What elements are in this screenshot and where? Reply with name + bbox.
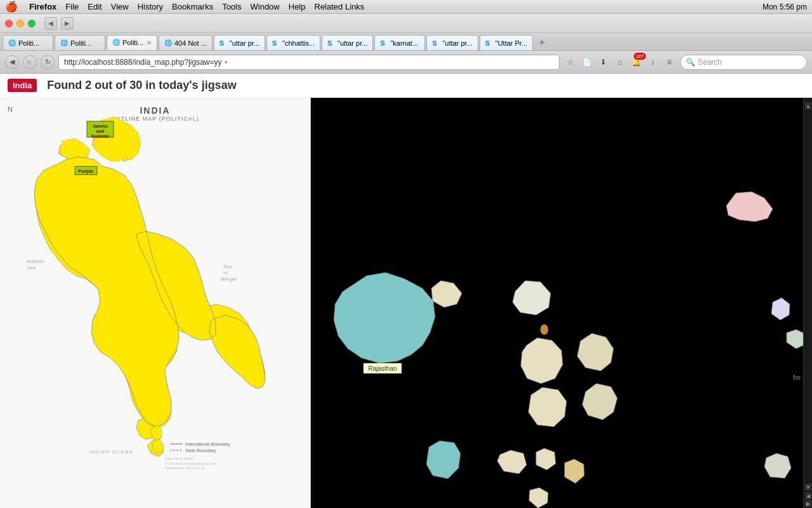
tab-1[interactable]: 🌐 Politi...	[3, 35, 53, 50]
svg-text:Updated on 2013-01-01: Updated on 2013-01-01	[165, 466, 206, 470]
menu-file[interactable]: File	[65, 2, 79, 11]
tab-6[interactable]: S "chhattis...	[266, 35, 320, 50]
apple-menu-icon[interactable]: 🍎	[5, 1, 18, 13]
menubar: 🍎 Firefox File Edit View History Bookmar…	[0, 0, 812, 14]
traffic-lights	[5, 20, 36, 27]
svg-text:International Boundary: International Boundary	[185, 442, 230, 447]
jigsaw-piece-5[interactable]	[574, 330, 619, 384]
home-button[interactable]: ⌂	[613, 55, 627, 69]
scroll-up-button[interactable]: ▲	[805, 103, 811, 109]
scrollbar-track[interactable]: ▲ ▼ ◀ ▶	[803, 98, 812, 508]
tab-label-4: 404 Not ...	[174, 39, 207, 47]
new-tab-button[interactable]: +	[534, 35, 549, 50]
menu-view[interactable]: View	[111, 2, 129, 11]
menu-related-links[interactable]: Related Links	[315, 2, 365, 11]
back-button[interactable]: ◀	[44, 17, 57, 30]
address-bar: ◀ ▶ ↻ http://localhost:8888/india_map.ph…	[0, 51, 812, 74]
tabs-bar: 🌐 Politi... 🌐 Politi... 🌐 Politi... ✕ 🌐 …	[0, 33, 812, 51]
tab-3-active[interactable]: 🌐 Politi... ✕	[107, 35, 157, 50]
tab-favicon-9: S	[432, 39, 440, 47]
url-dropdown-icon[interactable]: ▾	[225, 59, 228, 65]
address-bar-buttons: ☆ 📄 ⬇ ⌂ 🔔 127 ↕ ≡	[563, 55, 676, 69]
page-title: Found 2 out of 30 in today's jigsaw	[47, 79, 236, 92]
maximize-button[interactable]	[28, 20, 36, 27]
jigsaw-piece-2[interactable]	[425, 276, 466, 314]
jigsaw-piece-13[interactable]	[763, 450, 794, 485]
jigsaw-piece-1[interactable]	[717, 187, 780, 225]
menu-button[interactable]: ≡	[662, 55, 676, 69]
svg-text:State Boundary: State Boundary	[185, 448, 216, 453]
tab-8[interactable]: S "karnat...	[374, 35, 425, 50]
tab-4[interactable]: 🌐 404 Not ...	[159, 35, 213, 50]
svg-text:Arabian: Arabian	[26, 258, 44, 264]
forward-nav-button[interactable]: ▶	[23, 55, 37, 69]
menu-firefox[interactable]: Firefox	[29, 2, 56, 11]
tab-favicon-7: S	[327, 39, 335, 47]
jigsaw-piece-14[interactable]	[561, 457, 587, 488]
url-bar[interactable]: http://localhost:8888/india_map.php?jigs…	[58, 55, 560, 70]
tab-favicon-3: 🌐	[112, 39, 120, 46]
tab-7[interactable]: S "uttar pr...	[322, 35, 373, 50]
jigsaw-piece-12[interactable]	[533, 446, 558, 474]
svg-text:Map not to Scale: Map not to Scale	[165, 457, 194, 460]
tab-favicon-2: 🌐	[60, 39, 68, 47]
badge-button[interactable]: 🔔 127	[629, 55, 643, 69]
tab-favicon-1: 🌐	[8, 39, 16, 47]
menu-edit[interactable]: Edit	[88, 2, 102, 11]
download-button[interactable]: ⬇	[596, 55, 610, 69]
reader-mode-button[interactable]: 📄	[580, 55, 594, 69]
menu-help[interactable]: Help	[289, 2, 306, 11]
map-container: N INDIA OUTLINE MAP (POLITICAL)	[0, 98, 812, 508]
menu-history[interactable]: History	[138, 2, 163, 11]
india-outline-map: N INDIA OUTLINE MAP (POLITICAL)	[0, 98, 311, 508]
scroll-down-button[interactable]: ▼	[805, 484, 811, 490]
menu-bookmarks[interactable]: Bookmarks	[172, 2, 213, 11]
india-logo: India	[8, 79, 37, 92]
notification-badge: 127	[634, 53, 646, 60]
jigsaw-piece-9[interactable]	[580, 380, 622, 431]
jigsaw-piece-3[interactable]	[508, 276, 558, 320]
jigsaw-piece-11[interactable]	[495, 447, 530, 479]
tab-2[interactable]: 🌐 Politi...	[55, 35, 105, 50]
time-display: Mon 5:56 pm	[763, 3, 807, 11]
reload-button[interactable]: ↻	[41, 55, 55, 69]
tab-5[interactable]: S "uttar pr...	[214, 35, 265, 50]
bookmark-star-button[interactable]: ☆	[563, 55, 577, 69]
sync-button[interactable]: ↕	[646, 55, 660, 69]
tab-9[interactable]: S "uttar pr...	[426, 35, 478, 50]
page-header: India Found 2 out of 30 in today's jigsa…	[0, 74, 812, 98]
svg-text:INDIAN OCEAN: INDIAN OCEAN	[89, 449, 133, 455]
jigsaw-piece-8[interactable]	[523, 384, 577, 444]
india-map-svg: Jammu and Kashmir Punjab Arabian Sea Bay…	[0, 98, 311, 479]
svg-text:Bay: Bay	[223, 264, 233, 269]
tab-favicon-4: 🌐	[164, 39, 172, 47]
scroll-right-button[interactable]: ▶	[805, 500, 811, 507]
minimize-button[interactable]	[16, 20, 24, 27]
jigsaw-area: Rajasthan	[311, 98, 812, 508]
svg-text:Sea: Sea	[27, 265, 36, 271]
tab-favicon-8: S	[380, 39, 388, 47]
search-bar[interactable]: 🔍 Search	[680, 55, 807, 70]
menu-tools[interactable]: Tools	[222, 2, 241, 11]
close-button[interactable]	[5, 20, 13, 27]
jigsaw-piece-15[interactable]	[527, 485, 552, 508]
tab-label-2: Politi...	[70, 39, 91, 47]
tab-close-3[interactable]: ✕	[147, 39, 152, 46]
search-icon: 🔍	[686, 58, 695, 67]
tab-label-10: "Uttar Pr...	[495, 39, 527, 47]
back-nav-button[interactable]: ◀	[5, 55, 19, 69]
tab-label-8: "karnat...	[390, 39, 418, 47]
tab-10[interactable]: S "Uttar Pr...	[480, 35, 533, 50]
jigsaw-piece-10[interactable]	[424, 438, 465, 488]
scroll-left-button[interactable]: ◀	[805, 493, 811, 499]
forward-button[interactable]: ▶	[61, 17, 74, 30]
menu-window[interactable]: Window	[251, 2, 280, 11]
menubar-right: Mon 5:56 pm	[763, 3, 807, 11]
page-content: India Found 2 out of 30 in today's jigsa…	[0, 74, 812, 508]
browser-titlebar: ◀ ▶	[0, 14, 812, 33]
svg-text:Jammu: Jammu	[93, 124, 108, 128]
tab-label-3: Politi...	[122, 39, 143, 46]
right-label: for	[793, 374, 801, 381]
jigsaw-piece-6[interactable]	[768, 295, 793, 323]
tab-favicon-5: S	[219, 39, 227, 47]
